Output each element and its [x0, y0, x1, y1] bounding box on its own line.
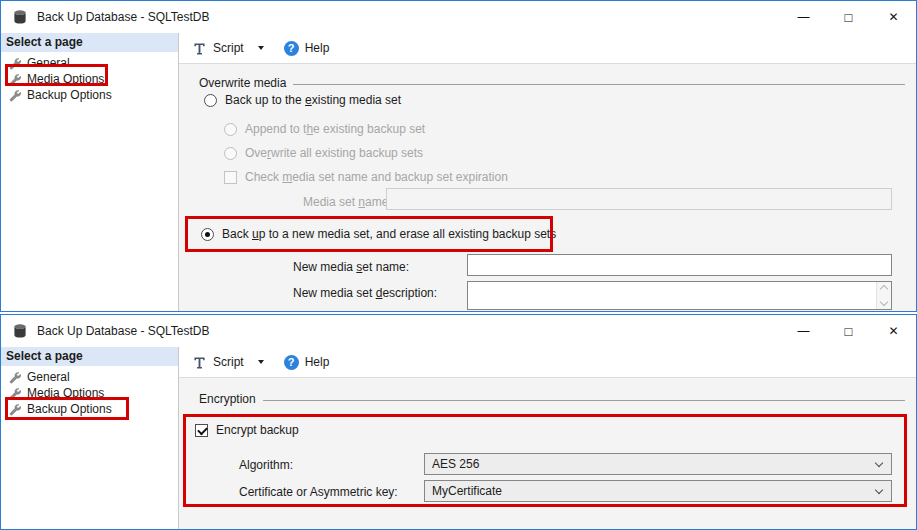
radio-backup-new-media-set[interactable]: Back up to a new media set, and erase al…: [201, 227, 556, 241]
wrench-icon: [8, 57, 21, 70]
radio-label: Back up to the existing media set: [225, 93, 401, 107]
certificate-value: MyCertificate: [432, 484, 502, 498]
certificate-label: Certificate or Asymmetric key:: [239, 485, 398, 499]
radio-label: Append to the existing backup set: [245, 122, 425, 136]
titlebar[interactable]: Back Up Database - SQLTestDB — □ ✕: [1, 315, 916, 347]
radio-overwrite-all-backup-sets[interactable]: Overwrite all existing backup sets: [224, 146, 423, 160]
checkbox-check-media-set-name[interactable]: Check media set name and backup set expi…: [224, 170, 508, 184]
sidebar-item-label: Backup Options: [27, 402, 112, 416]
chevron-down-icon: [258, 46, 264, 50]
group-rule: [263, 400, 905, 401]
backup-dialog-media-options: Back Up Database - SQLTestDB — □ ✕ Selec…: [0, 0, 917, 312]
close-button[interactable]: ✕: [871, 315, 916, 347]
minimize-button[interactable]: —: [781, 315, 826, 347]
scroll-up-icon[interactable]: [880, 285, 888, 293]
group-title-encryption: Encryption: [199, 392, 256, 406]
maximize-button[interactable]: □: [826, 1, 871, 33]
sidebar-item-media-options[interactable]: Media Options: [1, 71, 178, 87]
radio-icon: [224, 123, 237, 136]
radio-label: Back up to a new media set, and erase al…: [222, 227, 556, 241]
chevron-down-icon: [875, 485, 883, 493]
checkbox-label: Check media set name and backup set expi…: [245, 170, 508, 184]
checkbox-encrypt-backup[interactable]: Encrypt backup: [195, 423, 299, 437]
sidebar-item-label: General: [27, 370, 70, 384]
algorithm-select[interactable]: AES 256: [424, 453, 892, 475]
media-options-pane: Overwrite media Back up to the existing …: [179, 64, 916, 311]
new-media-set-name-label: New media set name:: [293, 260, 409, 274]
new-media-set-name-input[interactable]: [467, 254, 892, 276]
sidebar-item-media-options[interactable]: Media Options: [1, 385, 178, 401]
toolbar: Script ? Help: [179, 33, 916, 64]
window-controls: — □ ✕: [781, 315, 916, 347]
titlebar[interactable]: Back Up Database - SQLTestDB — □ ✕: [1, 1, 916, 33]
maximize-button[interactable]: □: [826, 315, 871, 347]
radio-backup-existing-media-set[interactable]: Back up to the existing media set: [204, 93, 401, 107]
sidebar-item-backup-options[interactable]: Backup Options: [1, 401, 178, 417]
help-label: Help: [305, 355, 330, 369]
screenshot-stage: Back Up Database - SQLTestDB — □ ✕ Selec…: [0, 0, 917, 530]
window-title: Back Up Database - SQLTestDB: [37, 324, 210, 338]
wrench-icon: [8, 403, 21, 416]
window-title: Back Up Database - SQLTestDB: [37, 10, 210, 24]
help-icon: ?: [284, 41, 299, 56]
script-icon: [192, 355, 207, 370]
help-icon: ?: [284, 355, 299, 370]
chevron-down-icon: [258, 360, 264, 364]
sidebar-item-backup-options[interactable]: Backup Options: [1, 87, 178, 103]
help-button[interactable]: ? Help: [280, 352, 334, 373]
sidebar-item-label: Media Options: [27, 386, 104, 400]
radio-icon: [224, 147, 237, 160]
script-button[interactable]: Script: [188, 38, 268, 59]
radio-icon: [204, 94, 217, 107]
algorithm-label: Algorithm:: [239, 458, 293, 472]
checkbox-label: Encrypt backup: [216, 423, 299, 437]
media-set-name-label: Media set name:: [303, 195, 392, 209]
sidebar-item-label: General: [27, 56, 70, 70]
checkbox-checked-icon: [195, 424, 208, 437]
wrench-icon: [8, 387, 21, 400]
chevron-down-icon: [875, 458, 883, 466]
new-media-set-description-input[interactable]: [467, 281, 892, 310]
window-controls: — □ ✕: [781, 1, 916, 33]
script-label: Script: [213, 41, 244, 55]
radio-selected-icon: [201, 228, 214, 241]
sidebar-header: Select a page: [1, 33, 178, 52]
database-icon: [12, 323, 28, 339]
script-label: Script: [213, 355, 244, 369]
sidebar-item-label: Backup Options: [27, 88, 112, 102]
close-button[interactable]: ✕: [871, 1, 916, 33]
wrench-icon: [8, 371, 21, 384]
help-label: Help: [305, 41, 330, 55]
media-set-name-input: [386, 188, 892, 210]
wrench-icon: [8, 73, 21, 86]
script-button[interactable]: Script: [188, 352, 268, 373]
toolbar: Script ? Help: [179, 347, 916, 378]
sidebar-item-general[interactable]: General: [1, 55, 178, 71]
wrench-icon: [8, 89, 21, 102]
scrollbar[interactable]: [876, 282, 891, 309]
scroll-down-icon[interactable]: [880, 298, 888, 306]
sidebar-header: Select a page: [1, 347, 178, 366]
script-icon: [192, 41, 207, 56]
checkbox-icon: [224, 171, 237, 184]
sidebar-item-general[interactable]: General: [1, 369, 178, 385]
algorithm-value: AES 256: [432, 457, 479, 471]
page-selector-sidebar: Select a page General Media Options Back…: [1, 33, 179, 311]
new-media-set-description-label: New media set description:: [293, 286, 437, 300]
backup-dialog-backup-options: Back Up Database - SQLTestDB — □ ✕ Selec…: [0, 314, 917, 530]
help-button[interactable]: ? Help: [280, 38, 334, 59]
backup-options-pane: Encryption Encrypt backup Algorithm: AES…: [179, 378, 916, 529]
page-selector-sidebar: Select a page General Media Options Back…: [1, 347, 179, 529]
certificate-select[interactable]: MyCertificate: [424, 480, 892, 502]
database-icon: [12, 9, 28, 25]
radio-label: Overwrite all existing backup sets: [245, 146, 423, 160]
group-title-overwrite-media: Overwrite media: [199, 76, 286, 90]
group-rule: [293, 84, 905, 85]
minimize-button[interactable]: —: [781, 1, 826, 33]
sidebar-item-label: Media Options: [27, 72, 104, 86]
radio-append-existing-backup-set[interactable]: Append to the existing backup set: [224, 122, 425, 136]
